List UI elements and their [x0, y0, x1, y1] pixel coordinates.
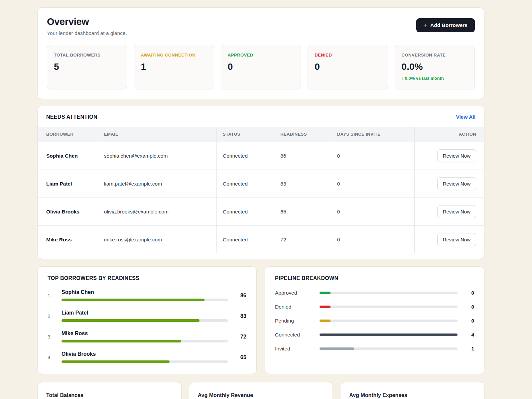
- pipeline-bar-fill: [320, 306, 331, 308]
- add-borrowers-button[interactable]: + Add Borrowers: [416, 18, 475, 32]
- stat-label: AWAITING CONNECTION: [141, 53, 207, 58]
- borrower-name: Mike Ross: [62, 331, 228, 336]
- stat-card-total-balances: Total Balances $2,887,406: [37, 382, 182, 399]
- column-header-borrower: BORROWER: [38, 127, 98, 142]
- stat-card-conversion-rate: CONVERSION RATE 0.0% ↑ 0.0% vs last mont…: [395, 45, 475, 89]
- readiness-bar-track: [62, 319, 228, 322]
- pipeline-label: Pending: [275, 318, 314, 324]
- stat-delta: ↑ 0.0% vs last month: [402, 76, 468, 81]
- pipeline-row-invited: Invited 1: [275, 346, 474, 352]
- column-header-email: EMAIL: [98, 127, 216, 142]
- column-header-status: STATUS: [217, 127, 274, 142]
- overview-titles: Overview Your lender dashboard at a glan…: [47, 16, 127, 36]
- top-borrowers-title: TOP BORROWERS BY READINESS: [48, 275, 246, 281]
- stat-label: Total Balances: [46, 392, 173, 398]
- pipeline-bar-track: [320, 292, 458, 294]
- pipeline-rows: Approved 0 Denied 0 Pending: [275, 290, 474, 352]
- needs-attention-header: NEEDS ATTENTION View All: [38, 114, 484, 120]
- pipeline-bar-fill: [320, 292, 331, 294]
- needs-attention-card: NEEDS ATTENTION View All BORROWER EMAIL …: [37, 106, 484, 259]
- readiness-bar-fill: [62, 340, 181, 342]
- readiness-bar-fill: [62, 299, 204, 301]
- list-item: 3. Mike Ross 72: [48, 331, 246, 342]
- borrower-bar-block: Sophia Chen: [62, 289, 228, 301]
- pipeline-label: Connected: [275, 332, 314, 338]
- stat-label: APPROVED: [228, 53, 294, 58]
- pipeline-value: 4: [463, 332, 474, 338]
- readiness-score: 83: [228, 313, 246, 319]
- stat-value: 1: [141, 62, 207, 72]
- cell-status: Connected: [217, 226, 274, 254]
- table-row: Olivia Brooks olivia.brooks@example.com …: [38, 198, 484, 226]
- readiness-bar-track: [62, 360, 228, 363]
- stat-label: Avg Monthly Revenue: [198, 392, 324, 398]
- rank-label: 4.: [48, 354, 62, 360]
- readiness-score: 72: [228, 333, 246, 340]
- list-item: 1. Sophia Chen 86: [48, 289, 246, 301]
- pipeline-label: Invited: [275, 346, 314, 352]
- cell-status: Connected: [217, 170, 274, 198]
- stat-card-avg-monthly-revenue: Avg Monthly Revenue $15,792: [189, 382, 333, 399]
- pipeline-row-pending: Pending 0: [275, 318, 474, 324]
- cell-email: mike.ross@example.com: [98, 226, 216, 254]
- rank-label: 2.: [48, 313, 62, 319]
- stat-value: 0: [315, 62, 381, 72]
- overview-stats-row: TOTAL BORROWERS 5 AWAITING CONNECTION 1 …: [47, 45, 475, 89]
- stat-value: 0: [228, 62, 294, 72]
- stat-card-approved: APPROVED 0: [221, 45, 301, 89]
- pipeline-value: 0: [463, 304, 474, 310]
- cell-borrower: Mike Ross: [38, 226, 98, 254]
- cell-borrower: Sophia Chen: [38, 142, 98, 170]
- stat-value: 5: [54, 62, 120, 72]
- cell-days: 0: [331, 198, 414, 226]
- cell-borrower: Liam Patel: [38, 170, 98, 198]
- cell-email: sophia.chen@example.com: [98, 142, 216, 170]
- stat-card-awaiting-connection: AWAITING CONNECTION 1: [134, 45, 214, 89]
- readiness-bar-fill: [62, 319, 200, 322]
- cell-readiness: 72: [274, 226, 331, 254]
- plus-icon: +: [424, 22, 427, 28]
- dashboard-page: Overview Your lender dashboard at a glan…: [37, 7, 484, 399]
- borrower-bar-block: Mike Ross: [62, 331, 228, 342]
- pipeline-row-approved: Approved 0: [275, 290, 474, 296]
- pipeline-breakdown-card: PIPELINE BREAKDOWN Approved 0 Denied 0: [265, 266, 484, 374]
- cell-email: liam.patel@example.com: [98, 170, 216, 198]
- rank-label: 3.: [48, 334, 62, 339]
- needs-attention-table: BORROWER EMAIL STATUS READINESS DAYS SIN…: [38, 127, 484, 253]
- pipeline-label: Denied: [275, 304, 314, 310]
- pipeline-bar-fill: [320, 320, 331, 322]
- top-borrowers-card: TOP BORROWERS BY READINESS 1. Sophia Che…: [37, 266, 257, 374]
- view-all-link[interactable]: View All: [456, 114, 475, 120]
- table-row: Liam Patel liam.patel@example.com Connec…: [38, 170, 484, 198]
- page-title: Overview: [47, 16, 127, 27]
- rank-label: 1.: [48, 293, 62, 298]
- table-row: Sophia Chen sophia.chen@example.com Conn…: [38, 142, 484, 170]
- table-header-row: BORROWER EMAIL STATUS READINESS DAYS SIN…: [38, 127, 484, 142]
- review-now-button[interactable]: Review Now: [437, 233, 476, 246]
- pipeline-row-connected: Connected 4: [275, 332, 474, 338]
- stat-label: CONVERSION RATE: [402, 53, 468, 58]
- stat-card-avg-monthly-expenses: Avg Monthly Expenses $13,757: [340, 382, 484, 399]
- review-now-button[interactable]: Review Now: [437, 177, 476, 190]
- cell-readiness: 65: [274, 198, 331, 226]
- pipeline-bar-fill: [320, 333, 458, 336]
- cell-readiness: 83: [274, 170, 331, 198]
- stat-label: Avg Monthly Expenses: [349, 392, 475, 398]
- financial-stats-row: Total Balances $2,887,406 Avg Monthly Re…: [37, 382, 484, 399]
- overview-header: Overview Your lender dashboard at a glan…: [47, 16, 475, 36]
- readiness-bar-fill: [62, 360, 170, 363]
- readiness-score: 86: [228, 292, 246, 299]
- review-now-button[interactable]: Review Now: [437, 149, 476, 162]
- pipeline-bar-fill: [320, 347, 354, 350]
- review-now-button[interactable]: Review Now: [437, 205, 476, 218]
- column-header-readiness: READINESS: [274, 127, 331, 142]
- stat-card-denied: DENIED 0: [308, 45, 388, 89]
- borrower-bar-block: Liam Patel: [62, 310, 228, 322]
- borrower-name: Liam Patel: [62, 310, 228, 316]
- cell-days: 0: [331, 226, 414, 254]
- needs-attention-title: NEEDS ATTENTION: [46, 114, 97, 120]
- page-subtitle: Your lender dashboard at a glance.: [47, 30, 127, 36]
- borrower-name: Sophia Chen: [62, 289, 228, 295]
- pipeline-value: 0: [463, 318, 474, 324]
- add-borrowers-label: Add Borrowers: [430, 22, 467, 28]
